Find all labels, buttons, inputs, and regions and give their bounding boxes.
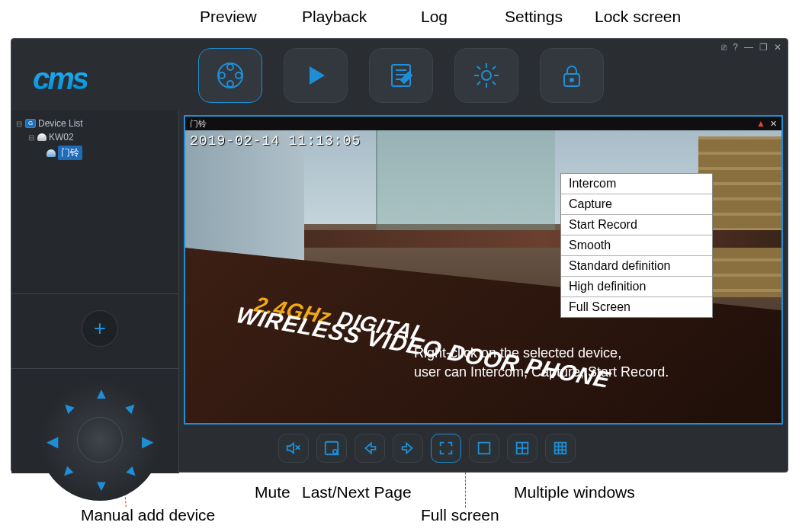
annot-playback: Playback [302,8,367,26]
ctx-capture[interactable]: Capture [561,194,712,215]
svg-point-2 [236,72,242,79]
play-icon [300,60,331,91]
next-icon [400,440,416,457]
mute-icon [285,440,302,457]
camera-icon [47,149,56,157]
svg-point-10 [482,71,491,80]
collapse-icon[interactable]: ⊟ [16,120,24,128]
group-icon: G [25,119,36,128]
dpad-left[interactable]: ◀ [47,432,58,450]
tree-group-label: KW02 [49,132,74,143]
nav-log[interactable] [369,48,433,103]
prev-page-button[interactable] [355,434,385,463]
main-nav [198,48,604,103]
tree-camera-label: 门铃 [58,146,82,160]
grid4-icon [514,440,531,457]
monitor-icon[interactable]: ⎚ [720,42,728,53]
close-button[interactable]: ✕ [772,42,783,53]
svg-point-12 [570,79,573,82]
ctx-smooth[interactable]: Smooth [561,236,712,256]
dpad-downleft[interactable]: ▼ [56,460,79,483]
maximize-button[interactable]: ❐ [758,42,769,53]
dpad-upleft[interactable]: ▲ [56,396,79,418]
tree-root[interactable]: ⊟ G Device List [16,117,174,130]
grid1-icon [476,440,493,457]
svg-point-1 [227,64,233,70]
grid-4-button[interactable] [507,434,537,463]
device-tree[interactable]: ⊟ G Device List ⊟ KW02 门铃 [11,111,178,168]
reel-icon [215,60,245,91]
annot-log: Log [421,8,448,26]
svg-rect-15 [326,442,339,455]
lock-icon [557,60,587,91]
nav-settings[interactable] [454,48,518,103]
dpad-downright[interactable]: ▼ [120,460,143,483]
nav-lock[interactable] [540,48,604,103]
annot-lock: Lock screen [595,8,681,26]
plus-icon: + [94,316,106,341]
svg-point-3 [227,81,233,87]
ctx-start-record[interactable]: Start Record [561,215,712,236]
annot-multi: Multiple windows [514,483,635,502]
alarm-icon[interactable]: ▲ [756,118,765,129]
mute-button[interactable] [278,434,309,463]
ctx-hd[interactable]: High definition [561,277,712,297]
video-viewport[interactable]: 门铃 ▲ ✕ 2.4GHz DIGITAL WIRELESS VIDEO DOO… [184,115,783,425]
dpad-center[interactable] [77,417,123,463]
dpad-up[interactable]: ▲ [94,385,109,402]
viewport-header: 门铃 ▲ ✕ [185,117,781,130]
sidebar: ⊟ G Device List ⊟ KW02 门铃 + ▲ ▼ ◀ ▶ [11,111,179,473]
log-icon [386,60,416,91]
context-menu: Intercom Capture Start Record Smooth Sta… [560,173,713,318]
grid-9-button[interactable] [545,434,576,463]
collapse-icon[interactable]: ⊟ [28,133,36,142]
grid9-icon [552,440,569,457]
annot-mute: Mute [255,483,290,502]
svg-marker-5 [310,66,325,85]
annot-preview: Preview [200,8,257,26]
help-button[interactable]: ? [731,42,740,53]
fullscreen-button[interactable] [431,434,461,463]
prev-icon [361,440,378,457]
window-controls: ⎚ ? — ❐ ✕ [720,42,783,53]
nav-preview[interactable] [198,48,262,103]
cloud-icon [37,133,47,141]
grid-1-button[interactable] [469,434,499,463]
osd-timestamp: 2019-02-14 11:13:05 [190,133,361,149]
ctx-sd[interactable]: Standard definition [561,256,712,277]
dpad-upright[interactable]: ▲ [120,396,143,418]
overlay-note: Right-click on the selected device, user… [414,344,669,382]
ctx-fullscreen[interactable]: Full Screen [561,297,712,317]
annot-manual-add: Manual add device [81,506,215,524]
annot-page: Last/Next Page [302,483,412,502]
dpad-right[interactable]: ▶ [142,432,153,450]
svg-rect-18 [479,443,490,454]
viewport-close[interactable]: ✕ [770,119,777,129]
snapshot-icon [323,440,340,457]
app-window: ⎚ ? — ❐ ✕ cms ⊟ G Device List [11,38,788,473]
dpad-down[interactable]: ▼ [94,477,109,495]
camera-feed[interactable]: 2.4GHz DIGITAL WIRELESS VIDEO DOOR PHONE… [185,130,781,423]
nav-playback[interactable] [284,48,348,103]
viewport-title: 门铃 [190,118,207,130]
snapshot-button[interactable] [316,434,347,463]
minimize-button[interactable]: — [743,42,755,53]
svg-point-4 [219,72,225,79]
ptz-dpad: ▲ ▼ ◀ ▶ ▲ ▲ ▼ ▼ [39,379,161,501]
svg-point-0 [218,63,242,88]
tree-camera[interactable]: 门铃 [16,144,174,162]
add-device-button[interactable]: + [82,310,118,347]
svg-rect-22 [555,443,566,454]
gear-icon [471,60,502,91]
fullscreen-icon [438,440,454,457]
annot-fullscreen: Full screen [421,506,499,524]
logo: cms [33,62,87,96]
bottom-toolbar [278,434,576,463]
annot-settings: Settings [505,8,563,26]
ctx-intercom[interactable]: Intercom [561,174,712,194]
tree-root-label: Device List [38,118,83,129]
next-page-button[interactable] [393,434,423,463]
tree-group[interactable]: ⊟ KW02 [16,130,174,144]
